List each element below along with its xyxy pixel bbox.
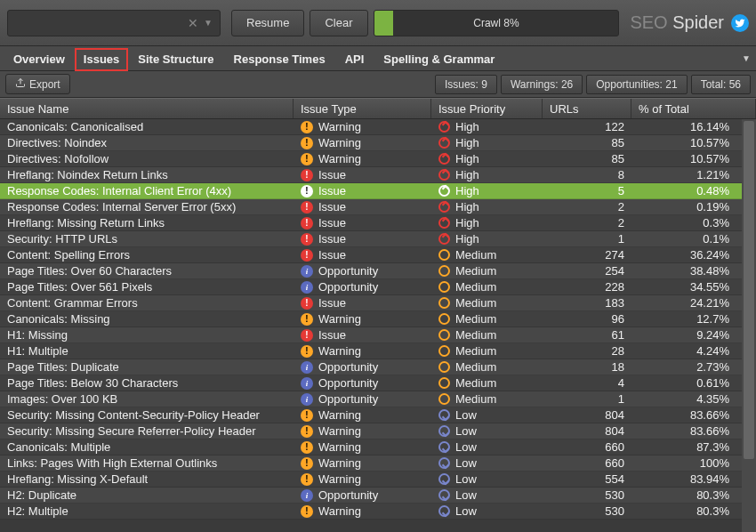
warning-icon — [301, 441, 313, 454]
stat-total[interactable]: Total: 56 — [691, 75, 751, 94]
tab-overview[interactable]: Overview — [4, 48, 75, 71]
cell-name: Images: Over 100 KB — [0, 392, 294, 406]
table-row[interactable]: H2: MultipleWarningLow53080.3% — [0, 504, 756, 520]
table-row[interactable]: Hreflang: Missing Return LinksIssueHigh2… — [0, 215, 756, 231]
col-urls[interactable]: URLs — [543, 99, 631, 118]
tabs-bar: OverviewIssuesSite StructureResponse Tim… — [0, 46, 756, 71]
table-row[interactable]: H1: MissingIssueMedium619.24% — [0, 327, 756, 343]
export-button[interactable]: Export — [5, 74, 70, 94]
cell-pct: 0.3% — [631, 216, 756, 230]
col-issue-name[interactable]: Issue Name — [0, 99, 294, 118]
table-row[interactable]: Content: Grammar ErrorsIssueMedium18324.… — [0, 295, 756, 311]
priority-high-icon — [438, 217, 450, 229]
twitter-icon[interactable] — [731, 14, 749, 32]
priority-medium-icon — [438, 361, 450, 373]
table-row[interactable]: Canonicals: MissingWarningMedium9612.7% — [0, 311, 756, 327]
tab-issues[interactable]: Issues — [75, 48, 128, 71]
cell-type: Opportunity — [294, 264, 431, 278]
cell-priority: Low — [431, 472, 543, 486]
cell-urls: 804 — [543, 424, 631, 438]
export-label: Export — [29, 78, 60, 91]
tab-response-times[interactable]: Response Times — [224, 48, 335, 71]
cell-priority: Medium — [431, 376, 543, 390]
table-row[interactable]: H2: DuplicateOpportunityLow53080.3% — [0, 488, 756, 504]
vertical-scrollbar[interactable] — [742, 119, 756, 532]
cell-name: Canonicals: Canonicalised — [0, 120, 294, 133]
cell-pct: 0.48% — [631, 184, 756, 197]
table-row[interactable]: Images: Over 100 KBOpportunityMedium14.3… — [0, 391, 756, 407]
stat-issues[interactable]: Issues: 9 — [435, 75, 497, 94]
cell-pct: 4.35% — [631, 392, 756, 406]
table-row[interactable]: Security: Missing Content-Security-Polic… — [0, 407, 756, 423]
cell-type: Warning — [294, 456, 431, 470]
table-row[interactable]: Response Codes: Internal Client Error (4… — [0, 183, 756, 199]
tab-site-structure[interactable]: Site Structure — [128, 48, 223, 71]
priority-high-icon — [438, 201, 450, 213]
table-row[interactable]: Security: Missing Secure Referrer-Policy… — [0, 423, 756, 439]
table-body: Canonicals: CanonicalisedWarningHigh1221… — [0, 119, 756, 528]
table-row[interactable]: Security: HTTP URLsIssueHigh10.1% — [0, 231, 756, 247]
table-row[interactable]: Page Titles: Below 30 CharactersOpportun… — [0, 375, 756, 391]
table-row[interactable]: Hreflang: Noindex Return LinksIssueHigh8… — [0, 167, 756, 183]
cell-name: Hreflang: Missing Return Links — [0, 216, 294, 230]
cell-pct: 87.3% — [631, 440, 756, 454]
cell-type: Opportunity — [294, 376, 431, 390]
table-row[interactable]: Content: Spelling ErrorsIssueMedium27436… — [0, 247, 756, 263]
cell-priority: Low — [431, 408, 543, 422]
table-row[interactable]: Hreflang: Missing X-DefaultWarningLow554… — [0, 472, 756, 488]
cell-pct: 34.55% — [631, 280, 756, 294]
cell-urls: 8 — [543, 168, 631, 181]
issue-icon — [301, 249, 313, 262]
scroll-thumb[interactable] — [744, 121, 754, 459]
issue-icon — [301, 297, 313, 310]
stat-warnings[interactable]: Warnings: 26 — [501, 75, 583, 94]
clear-button[interactable]: Clear — [310, 10, 367, 36]
cell-priority: High — [431, 152, 543, 165]
col-issue-type[interactable]: Issue Type — [294, 99, 431, 118]
priority-high-icon — [438, 153, 450, 165]
table-row[interactable]: Links: Pages With High External Outlinks… — [0, 455, 756, 472]
cell-urls: 660 — [543, 440, 631, 454]
crawl-progress: Crawl 8% — [374, 10, 620, 36]
issue-icon — [301, 233, 313, 246]
brand-logo: SEO Spider — [630, 12, 724, 33]
cell-type: Warning — [294, 408, 431, 422]
cell-pct: 83.66% — [631, 408, 756, 422]
cell-pct: 36.24% — [631, 248, 756, 262]
cell-name: Hreflang: Missing X-Default — [0, 472, 294, 486]
cell-type: Warning — [294, 312, 431, 326]
tabs-overflow-icon[interactable]: ▼ — [742, 53, 751, 63]
cell-type: Issue — [294, 232, 431, 246]
tab-spelling-grammar[interactable]: Spelling & Grammar — [374, 48, 504, 71]
table-row[interactable]: Canonicals: CanonicalisedWarningHigh1221… — [0, 119, 756, 135]
chevron-down-icon[interactable]: ▼ — [204, 18, 213, 28]
table-row[interactable]: Directives: NoindexWarningHigh8510.57% — [0, 135, 756, 151]
tab-api[interactable]: API — [335, 48, 374, 71]
cell-name: Canonicals: Multiple — [0, 440, 294, 454]
col-pct-total[interactable]: % of Total — [631, 99, 756, 118]
cell-urls: 4 — [543, 376, 631, 390]
cell-pct: 0.1% — [631, 232, 756, 246]
table-row[interactable]: Page Titles: DuplicateOpportunityMedium1… — [0, 359, 756, 375]
priority-high-icon — [438, 185, 450, 197]
table-row[interactable]: Page Titles: Over 60 CharactersOpportuni… — [0, 263, 756, 279]
cell-priority: High — [431, 232, 543, 246]
cell-priority: High — [431, 216, 543, 230]
issue-icon — [301, 329, 313, 342]
priority-medium-icon — [438, 393, 450, 405]
col-issue-priority[interactable]: Issue Priority — [431, 99, 543, 118]
table-row[interactable]: Response Codes: Internal Server Error (5… — [0, 199, 756, 215]
table-row[interactable]: H1: MultipleWarningMedium284.24% — [0, 343, 756, 359]
cell-pct: 100% — [631, 456, 756, 470]
resume-button[interactable]: Resume — [231, 10, 304, 36]
table-row[interactable]: Page Titles: Over 561 PixelsOpportunityM… — [0, 279, 756, 295]
table-row[interactable]: Directives: NofollowWarningHigh8510.57% — [0, 151, 756, 167]
table-row[interactable]: Canonicals: MultipleWarningLow66087.3% — [0, 439, 756, 455]
url-input-box[interactable]: ✕ ▼ — [7, 10, 221, 36]
cell-name: Canonicals: Missing — [0, 312, 294, 326]
stat-opportunities[interactable]: Opportunities: 21 — [586, 75, 687, 94]
issue-icon — [301, 201, 313, 214]
priority-medium-icon — [438, 377, 450, 389]
close-icon[interactable]: ✕ — [188, 16, 198, 30]
cell-priority: High — [431, 200, 543, 214]
